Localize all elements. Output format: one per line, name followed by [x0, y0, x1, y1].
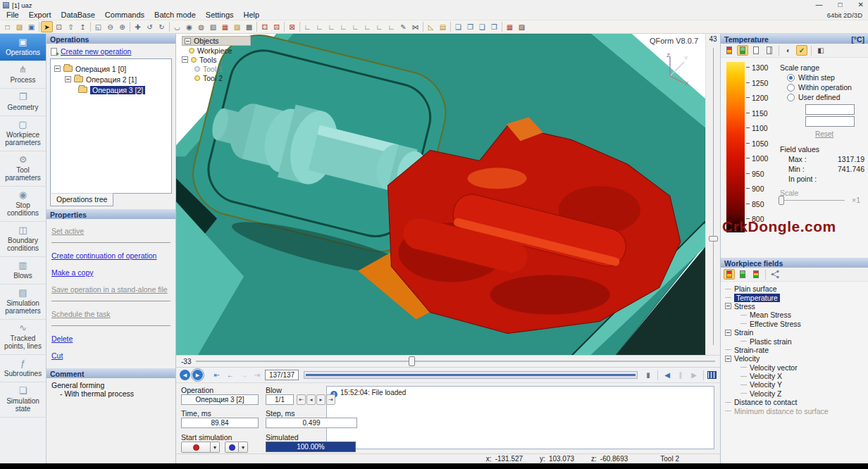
open-file-icon[interactable]: ▨: [13, 21, 25, 32]
blow-field[interactable]: 1/1: [266, 394, 294, 405]
mesh-view-icon[interactable]: ▦: [219, 21, 231, 32]
layout-split-h-icon[interactable]: ❐: [464, 21, 476, 32]
remote-simulation-button[interactable]: ▼: [225, 442, 248, 453]
user-defined-max-input[interactable]: [805, 104, 855, 115]
field-grid-icon[interactable]: ▦: [504, 21, 516, 32]
blow-previous-button[interactable]: ◂: [306, 394, 316, 405]
transparency-icon[interactable]: ◍: [195, 21, 207, 32]
sidebar-item-tool-parameters[interactable]: ⚙Tool parameters: [0, 151, 46, 187]
raise-object-icon[interactable]: ⇧: [65, 21, 77, 32]
menu-commands[interactable]: Commands: [100, 11, 149, 19]
object-row-tool-2[interactable]: Tool 2: [182, 73, 251, 82]
radio-icon[interactable]: [787, 74, 795, 82]
field-row-stress[interactable]: Stress: [725, 302, 868, 311]
timeline-track[interactable]: [304, 371, 638, 379]
timeline-marker-button[interactable]: ▮: [643, 370, 654, 380]
collapse-icon[interactable]: [725, 303, 731, 309]
pause-button[interactable]: ∥: [675, 370, 686, 380]
scale-slider-track[interactable]: [780, 200, 845, 201]
share-field-icon[interactable]: [769, 269, 781, 280]
field-row-velocity-x[interactable]: Velocity X: [725, 372, 868, 380]
field-display-smooth-icon[interactable]: [737, 269, 748, 280]
menu-help[interactable]: Help: [239, 11, 265, 19]
dropdown-arrow-icon[interactable]: ▼: [211, 442, 220, 453]
blow-next-button[interactable]: ▸: [316, 394, 326, 405]
menu-database[interactable]: DataBase: [56, 11, 100, 19]
first-frame-button[interactable]: ⇤: [211, 370, 223, 380]
field-row-strain[interactable]: Strain: [725, 328, 868, 337]
contrast-icon[interactable]: ◐: [783, 45, 794, 56]
dimension-tool-5-icon[interactable]: ∟: [349, 21, 361, 32]
select-cursor-icon[interactable]: ➤: [41, 21, 53, 32]
menu-settings[interactable]: Settings: [201, 11, 239, 19]
step-forward-button[interactable]: ▶: [192, 370, 203, 380]
collapse-icon[interactable]: [725, 330, 731, 336]
dimension-tool-6-icon[interactable]: ∟: [361, 21, 373, 32]
sidebar-item-operations[interactable]: ▣Operations: [0, 34, 46, 61]
schedule-task-link[interactable]: Schedule the task: [51, 310, 170, 318]
rotate-ccw-icon[interactable]: ↺: [144, 21, 156, 32]
hide-object-icon[interactable]: ◡: [171, 21, 183, 32]
field-row-velocity-y[interactable]: Velocity Y: [725, 380, 868, 389]
create-continuation-link[interactable]: Create continuation of operation: [51, 251, 170, 260]
scale-smooth-icon[interactable]: [737, 45, 748, 56]
sidebar-item-workpiece-parameters[interactable]: ▢Workpiece parameters: [0, 116, 46, 151]
field-row-mean-stress[interactable]: Mean Stress: [725, 311, 868, 319]
object-row-workpiece[interactable]: Workpiece: [182, 46, 251, 55]
new-file-icon[interactable]: □: [1, 21, 13, 32]
zoom-window-icon[interactable]: ◱: [92, 21, 104, 32]
zoom-out-icon[interactable]: ⊖: [104, 21, 116, 32]
minmax-panel-icon[interactable]: ◧: [815, 45, 826, 56]
last-frame-button[interactable]: ⇥: [252, 370, 263, 380]
dimension-tool-8-icon[interactable]: ∟: [385, 21, 397, 32]
layout-quad-icon[interactable]: ❒: [488, 21, 500, 32]
step-back-button[interactable]: ◀: [180, 370, 190, 380]
dimension-tool-7-icon[interactable]: ∟: [373, 21, 385, 32]
dimension-tool-1-icon[interactable]: ∟: [302, 21, 314, 32]
sidebar-item-tracked-points[interactable]: ∿Tracked points, lines: [0, 320, 46, 355]
field-row-strain-rate[interactable]: Strain-rate: [725, 346, 868, 354]
close-icon[interactable]: ✕: [858, 1, 864, 8]
play-forward-button[interactable]: ▶: [688, 370, 700, 380]
orient-object-icon[interactable]: ↥: [77, 21, 89, 32]
dimension-tool-3-icon[interactable]: ∟: [326, 21, 337, 32]
radio-icon[interactable]: [787, 84, 795, 92]
sidebar-item-stop-conditions[interactable]: ◉Stop conditions: [0, 187, 46, 222]
user-defined-min-input[interactable]: [805, 116, 855, 127]
menu-file[interactable]: File: [1, 11, 24, 19]
visibility-bulb-icon[interactable]: [191, 57, 197, 63]
operation-node-1[interactable]: Операция 1 [0]: [53, 63, 169, 74]
previous-frame-button[interactable]: ←: [225, 370, 236, 380]
measure-section-icon[interactable]: ⋈: [409, 21, 421, 32]
field-row-plastic-strain[interactable]: Plastic strain: [725, 337, 868, 345]
make-a-copy-link[interactable]: Make a copy: [51, 268, 170, 277]
database-tools-icon[interactable]: ⚃: [259, 21, 271, 32]
frame-counter[interactable]: 137/137: [265, 370, 299, 380]
object-row-tool-1[interactable]: Tool 1: [182, 64, 251, 73]
visibility-bulb-icon[interactable]: [189, 48, 194, 54]
layout-single-icon[interactable]: ❏: [452, 21, 464, 32]
collapse-icon[interactable]: [65, 76, 71, 82]
field-display-mixed-icon[interactable]: [750, 269, 762, 280]
collapse-icon[interactable]: [182, 56, 188, 63]
sidebar-item-blows[interactable]: ▥Blows: [0, 257, 46, 284]
horizontal-slider-thumb[interactable]: [409, 356, 415, 366]
dimension-tool-2-icon[interactable]: ∟: [314, 21, 326, 32]
field-row-effective-stress[interactable]: Effective Stress: [725, 320, 868, 328]
operation-node-3[interactable]: Операция 3 [2]: [53, 85, 169, 95]
record-video-icon[interactable]: [707, 371, 717, 379]
operation-node-2[interactable]: Операция 2 [1]: [53, 74, 169, 85]
dimension-tool-4-icon[interactable]: ∟: [337, 21, 349, 32]
save-standalone-link[interactable]: Save operation in a stand-alone file: [51, 285, 170, 294]
collapse-icon[interactable]: [54, 65, 61, 72]
collapse-icon[interactable]: [725, 356, 731, 362]
trace-points-icon[interactable]: ⊠: [286, 21, 298, 32]
layout-split-v-icon[interactable]: ❑: [476, 21, 488, 32]
show-object-icon[interactable]: ◉: [183, 21, 195, 32]
smoothing-check-icon[interactable]: ✓: [796, 45, 807, 56]
scale-slider-thumb[interactable]: [779, 196, 784, 205]
field-row-velocity-z[interactable]: Velocity Z: [725, 389, 868, 398]
measure-pencil-icon[interactable]: ✎: [397, 21, 409, 32]
vertical-slider-thumb[interactable]: [709, 236, 718, 242]
create-new-operation-link[interactable]: Create new operation: [61, 47, 131, 56]
